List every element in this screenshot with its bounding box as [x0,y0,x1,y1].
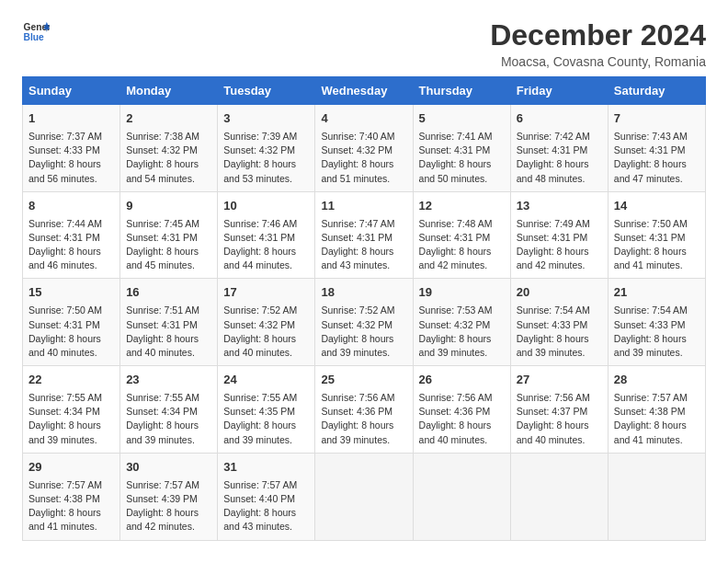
daylight-text: Daylight: 8 hours and 48 minutes. [517,157,602,185]
day-content: Sunrise: 7:41 AMSunset: 4:31 PMDaylight:… [419,130,505,186]
calendar-day: 26Sunrise: 7:56 AMSunset: 4:36 PMDayligh… [413,366,510,454]
daylight-text: Daylight: 8 hours and 50 minutes. [419,157,505,185]
calendar-day: 6Sunrise: 7:42 AMSunset: 4:31 PMDaylight… [510,105,608,192]
day-content: Sunrise: 7:40 AMSunset: 4:32 PMDaylight:… [321,130,406,186]
calendar-day: 14Sunrise: 7:50 AMSunset: 4:31 PMDayligh… [608,191,705,279]
day-content: Sunrise: 7:56 AMSunset: 4:37 PMDaylight:… [517,391,602,447]
day-number: 18 [321,284,406,302]
day-number: 12 [419,198,505,215]
daylight-text: Daylight: 8 hours and 43 minutes. [321,245,406,272]
sunset-text: Sunset: 4:31 PM [223,231,309,245]
sunrise-text: Sunrise: 7:43 AM [614,130,700,144]
daylight-text: Daylight: 8 hours and 51 minutes. [321,157,406,185]
day-content: Sunrise: 7:55 AMSunset: 4:34 PMDaylight:… [126,391,211,447]
daylight-text: Daylight: 8 hours and 39 minutes. [321,419,406,446]
page-header: General Blue December 2024 Moacsa, Covas… [22,18,706,69]
calendar-day: 30Sunrise: 7:57 AMSunset: 4:39 PMDayligh… [120,453,218,540]
sunrise-text: Sunrise: 7:57 AM [614,391,700,405]
calendar-day: 28Sunrise: 7:57 AMSunset: 4:38 PMDayligh… [608,366,705,454]
day-content: Sunrise: 7:55 AMSunset: 4:35 PMDaylight:… [223,391,309,447]
sunset-text: Sunset: 4:31 PM [419,231,505,245]
sunset-text: Sunset: 4:31 PM [28,231,114,245]
sunset-text: Sunset: 4:33 PM [614,318,700,332]
calendar-day: 31Sunrise: 7:57 AMSunset: 4:40 PMDayligh… [218,453,315,540]
day-content: Sunrise: 7:50 AMSunset: 4:31 PMDaylight:… [614,217,700,273]
calendar-day: 18Sunrise: 7:52 AMSunset: 4:32 PMDayligh… [315,279,413,366]
day-content: Sunrise: 7:52 AMSunset: 4:32 PMDaylight:… [223,304,309,360]
daylight-text: Daylight: 8 hours and 39 minutes. [126,419,211,446]
day-number: 19 [419,284,505,302]
calendar-week-4: 22Sunrise: 7:55 AMSunset: 4:34 PMDayligh… [23,366,706,454]
sunrise-text: Sunrise: 7:55 AM [126,391,211,405]
day-number: 27 [517,372,602,389]
calendar-day: 25Sunrise: 7:56 AMSunset: 4:36 PMDayligh… [315,366,413,454]
sunset-text: Sunset: 4:36 PM [419,405,505,419]
day-content: Sunrise: 7:57 AMSunset: 4:38 PMDaylight:… [28,478,114,534]
day-number: 23 [126,372,211,389]
day-number: 5 [419,110,505,128]
daylight-text: Daylight: 8 hours and 41 minutes. [28,506,114,534]
sunrise-text: Sunrise: 7:57 AM [28,478,114,492]
day-content: Sunrise: 7:47 AMSunset: 4:31 PMDaylight:… [321,217,406,273]
day-number: 3 [223,110,309,128]
day-content: Sunrise: 7:37 AMSunset: 4:33 PMDaylight:… [28,130,114,186]
sunrise-text: Sunrise: 7:57 AM [126,478,211,492]
day-content: Sunrise: 7:56 AMSunset: 4:36 PMDaylight:… [419,391,505,447]
sunset-text: Sunset: 4:39 PM [126,492,211,506]
calendar-week-5: 29Sunrise: 7:57 AMSunset: 4:38 PMDayligh… [23,453,706,540]
sunset-text: Sunset: 4:31 PM [126,231,211,245]
day-content: Sunrise: 7:57 AMSunset: 4:40 PMDaylight:… [223,478,309,534]
weekday-header-sunday: Sunday [23,77,120,105]
daylight-text: Daylight: 8 hours and 43 minutes. [223,506,309,534]
calendar-day [608,453,705,540]
weekday-header-thursday: Thursday [413,77,510,105]
day-number: 17 [223,284,309,302]
sunset-text: Sunset: 4:35 PM [223,405,309,419]
daylight-text: Daylight: 8 hours and 46 minutes. [28,245,114,272]
daylight-text: Daylight: 8 hours and 39 minutes. [419,332,505,360]
sunrise-text: Sunrise: 7:52 AM [223,304,309,317]
sunrise-text: Sunrise: 7:56 AM [419,391,505,405]
calendar-day: 27Sunrise: 7:56 AMSunset: 4:37 PMDayligh… [510,366,608,454]
sunrise-text: Sunrise: 7:54 AM [614,304,700,317]
sunset-text: Sunset: 4:37 PM [517,405,602,419]
sunrise-text: Sunrise: 7:42 AM [517,130,602,144]
calendar-day: 19Sunrise: 7:53 AMSunset: 4:32 PMDayligh… [413,279,510,366]
weekday-header-saturday: Saturday [608,77,705,105]
daylight-text: Daylight: 8 hours and 42 minutes. [517,245,602,272]
sunrise-text: Sunrise: 7:56 AM [321,391,406,405]
day-number: 13 [517,198,602,215]
calendar-table: SundayMondayTuesdayWednesdayThursdayFrid… [22,76,706,541]
calendar-day: 4Sunrise: 7:40 AMSunset: 4:32 PMDaylight… [315,105,413,192]
day-number: 15 [28,284,114,302]
sunset-text: Sunset: 4:36 PM [321,405,406,419]
calendar-day: 3Sunrise: 7:39 AMSunset: 4:32 PMDaylight… [218,105,315,192]
sunset-text: Sunset: 4:31 PM [28,318,114,332]
day-content: Sunrise: 7:56 AMSunset: 4:36 PMDaylight:… [321,391,406,447]
calendar-day: 1Sunrise: 7:37 AMSunset: 4:33 PMDaylight… [23,105,120,192]
sunrise-text: Sunrise: 7:39 AM [223,130,309,144]
sunset-text: Sunset: 4:40 PM [223,492,309,506]
sunrise-text: Sunrise: 7:49 AM [517,217,602,231]
day-number: 29 [28,459,114,477]
sunset-text: Sunset: 4:31 PM [126,318,211,332]
day-content: Sunrise: 7:49 AMSunset: 4:31 PMDaylight:… [517,217,602,273]
sunrise-text: Sunrise: 7:41 AM [419,130,505,144]
day-number: 4 [321,110,406,128]
sunrise-text: Sunrise: 7:56 AM [517,391,602,405]
sunset-text: Sunset: 4:32 PM [223,144,309,157]
day-content: Sunrise: 7:53 AMSunset: 4:32 PMDaylight:… [419,304,505,360]
calendar-day: 22Sunrise: 7:55 AMSunset: 4:34 PMDayligh… [23,366,120,454]
calendar-week-3: 15Sunrise: 7:50 AMSunset: 4:31 PMDayligh… [23,279,706,366]
sunrise-text: Sunrise: 7:57 AM [223,478,309,492]
day-number: 7 [614,110,700,128]
daylight-text: Daylight: 8 hours and 54 minutes. [126,157,211,185]
sunrise-text: Sunrise: 7:48 AM [419,217,505,231]
sunset-text: Sunset: 4:38 PM [614,405,700,419]
daylight-text: Daylight: 8 hours and 47 minutes. [614,157,700,185]
day-content: Sunrise: 7:52 AMSunset: 4:32 PMDaylight:… [321,304,406,360]
sunset-text: Sunset: 4:31 PM [614,231,700,245]
logo: General Blue [22,18,50,44]
calendar-day: 23Sunrise: 7:55 AMSunset: 4:34 PMDayligh… [120,366,218,454]
day-content: Sunrise: 7:55 AMSunset: 4:34 PMDaylight:… [28,391,114,447]
